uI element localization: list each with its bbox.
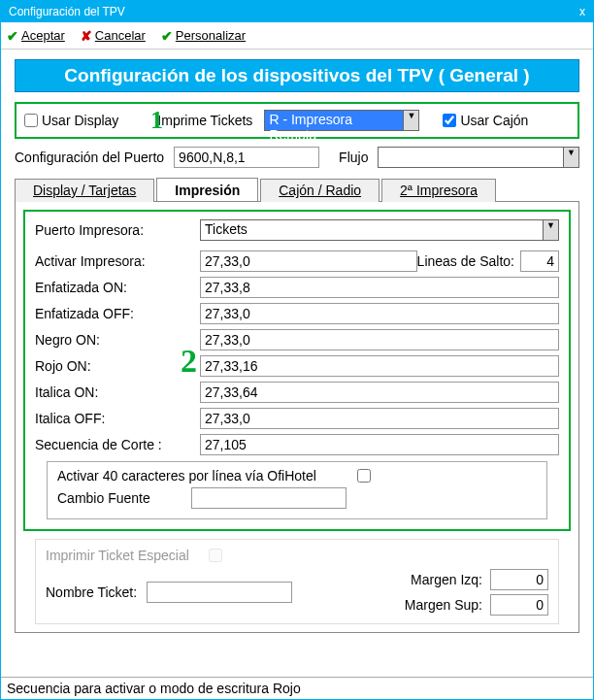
enf-on-label: Enfatizada ON: [35, 280, 200, 295]
enf-on-input[interactable] [200, 277, 559, 298]
special-print-checkbox [209, 549, 222, 562]
flow-label: Flujo [339, 150, 368, 165]
puerto-select-value: Tickets [201, 220, 543, 240]
corte-label: Secuencia de Corte : [35, 437, 200, 452]
use-display-checkbox[interactable]: Usar Display [24, 113, 118, 128]
check-icon: ✔ [161, 28, 173, 44]
ital-on-input[interactable] [200, 382, 559, 403]
margen-sup-label: Margen Sup: [405, 597, 482, 613]
window-title: Configuración del TPV [9, 5, 125, 18]
printer-select[interactable]: R - Impresora Remota ▼ [264, 110, 419, 131]
chevron-down-icon[interactable]: ▼ [403, 111, 418, 130]
tab-impresion[interactable]: Impresión [156, 178, 258, 201]
chevron-down-icon[interactable]: ▼ [543, 220, 558, 240]
tab-impresion-label: Impresión [175, 183, 240, 198]
special-print-label: Imprimir Ticket Especial [46, 548, 189, 563]
line40-box: Activar 40 caracteres por línea vía OfiH… [47, 461, 547, 519]
enf-off-label: Enfatizada OFF: [35, 306, 200, 321]
customize-button[interactable]: ✔ Personalizar [161, 28, 246, 44]
activar40-checkbox[interactable] [357, 469, 371, 483]
annotation-1: 1 [150, 106, 163, 135]
cancel-label: Cancelar [95, 28, 146, 43]
rojo-input[interactable] [200, 355, 559, 377]
x-icon: ✘ [81, 28, 92, 44]
nombre-ticket-label: Nombre Ticket: [46, 584, 137, 600]
print-tickets-label: Imprime Tickets [157, 113, 252, 128]
rojo-label: Rojo ON: [35, 358, 200, 374]
margen-izq-input[interactable] [490, 569, 548, 590]
ital-off-input[interactable] [200, 408, 559, 429]
enf-off-input[interactable] [200, 303, 559, 324]
printer-select-value: R - Impresora Remota [265, 111, 403, 130]
banner-title: Configuración de los dispositivos del TP… [15, 59, 579, 92]
check-icon: ✔ [7, 28, 18, 44]
negro-input[interactable] [200, 329, 559, 350]
activar-input[interactable] [200, 250, 417, 272]
activar40-label: Activar 40 caracteres por línea vía OfiH… [57, 468, 316, 483]
margen-izq-label: Margen Izq: [411, 572, 482, 587]
use-drawer-label: Usar Cajón [460, 113, 528, 128]
puerto-label: Puerto Impresora: [35, 222, 200, 238]
tab-cajon-label: Cajón / Radio [279, 183, 361, 198]
tab-2impresora[interactable]: 2ª Impresora [381, 179, 496, 202]
close-icon[interactable]: x [579, 5, 585, 18]
ital-on-label: Italica ON: [35, 384, 200, 400]
toolbar: ✔ Aceptar ✘ Cancelar ✔ Personalizar [1, 22, 593, 50]
print-config-box: Usar Display 1 Imprime Tickets R - Impre… [15, 102, 579, 139]
special-ticket-box: Imprimir Ticket Especial Nombre Ticket: … [35, 539, 559, 624]
nombre-ticket-input[interactable] [147, 582, 292, 603]
status-text: Secuencia para activar o modo de escritu… [7, 681, 301, 696]
accept-button[interactable]: ✔ Aceptar [7, 28, 65, 44]
margen-sup-input[interactable] [490, 594, 548, 616]
activar-label: Activar Impresora: [35, 253, 200, 269]
tab-display-label: Display / Tarjetas [33, 183, 136, 198]
printer-codes-box: 2 Puerto Impresora: Tickets ▼ Activar Im… [23, 210, 571, 531]
tab-cajon[interactable]: Cajón / Radio [260, 179, 380, 202]
lineas-input[interactable] [520, 250, 559, 272]
customize-label: Personalizar [176, 28, 246, 43]
ital-off-label: Italica OFF: [35, 411, 200, 426]
puerto-select[interactable]: Tickets ▼ [200, 219, 559, 241]
port-config-input[interactable] [174, 147, 319, 168]
cambio-fuente-label: Cambio Fuente [57, 490, 150, 506]
accept-label: Aceptar [21, 28, 65, 43]
tab-display[interactable]: Display / Tarjetas [15, 179, 154, 202]
port-row: Configuración del Puerto Flujo ▼ [15, 147, 579, 168]
use-display-input[interactable] [24, 114, 38, 127]
main-content: Configuración de los dispositivos del TP… [1, 50, 593, 633]
title-bar: Configuración del TPV x [1, 1, 593, 22]
cambio-fuente-input[interactable] [191, 487, 346, 509]
use-display-label: Usar Display [42, 113, 118, 128]
negro-label: Negro ON: [35, 332, 200, 348]
flow-select-value [379, 148, 563, 167]
cancel-button[interactable]: ✘ Cancelar [81, 28, 146, 44]
status-bar: Secuencia para activar o modo de escritu… [1, 677, 593, 699]
chevron-down-icon[interactable]: ▼ [563, 148, 578, 167]
tab-panel: 2 Puerto Impresora: Tickets ▼ Activar Im… [15, 202, 579, 633]
port-config-label: Configuración del Puerto [15, 150, 164, 165]
lineas-label: Lineas de Salto: [417, 253, 514, 269]
annotation-2: 2 [181, 343, 197, 380]
flow-select[interactable]: ▼ [378, 147, 579, 168]
use-drawer-checkbox[interactable]: Usar Cajón [443, 113, 528, 128]
corte-input[interactable] [200, 434, 559, 455]
use-drawer-input[interactable] [443, 114, 456, 127]
tabs: Display / Tarjetas Impresión Cajón / Rad… [15, 178, 579, 202]
tab-2impresora-label: 2ª Impresora [400, 183, 478, 198]
